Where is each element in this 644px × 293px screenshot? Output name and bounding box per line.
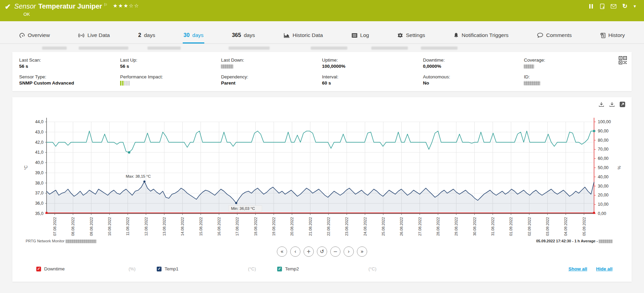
svg-text:25.08.2022: 25.08.2022 — [381, 217, 385, 236]
redacted-value — [524, 64, 534, 68]
tab-bar: Overview Live Data 2days 30days 365days … — [0, 21, 644, 44]
sensor-name: Temperatur Juniper — [38, 2, 102, 10]
redacted-text — [311, 47, 347, 50]
jump-back-button[interactable]: « — [277, 246, 287, 257]
svg-text:14.08.2022: 14.08.2022 — [180, 217, 184, 236]
tab-overview[interactable]: Overview — [18, 32, 51, 43]
svg-text:20,00: 20,00 — [598, 193, 608, 198]
zoom-in-button[interactable]: + — [304, 246, 314, 257]
qr-code-icon[interactable] — [619, 56, 627, 66]
svg-text:38,0: 38,0 — [35, 181, 43, 186]
chart-legend: ✓ Downtime (%) ✓ Temp1 (°C) ✓ Temp2 (°C)… — [12, 266, 632, 271]
show-all-link[interactable]: Show all — [568, 266, 587, 271]
tab-notification-triggers[interactable]: Notification Triggers — [453, 32, 509, 43]
svg-text:Min: 36,03 °C: Min: 36,03 °C — [231, 206, 255, 211]
svg-text:42,0: 42,0 — [35, 140, 43, 145]
temp2-checkbox[interactable]: ✓ — [277, 267, 282, 271]
time-series-chart[interactable]: 07.08.202208.08.202209.08.202210.08.2022… — [12, 105, 632, 243]
refresh-icon[interactable]: ↻ — [622, 3, 628, 9]
sensor-header: ✔ SensorTemperatur Juniper⚐★★★☆☆ OK ↻ ▾ — [0, 0, 644, 21]
chart-brand: PRTG Network Monitor — [26, 239, 96, 243]
svg-text:19.08.2022: 19.08.2022 — [272, 217, 276, 236]
sensor-kind-label: Sensor — [14, 2, 36, 10]
info-id: ID: — [524, 74, 625, 86]
caret-down-icon[interactable]: ▾ — [633, 3, 636, 9]
redacted-text — [66, 240, 96, 243]
legend-item-downtime: ✓ Downtime (%) — [36, 266, 157, 271]
tab-historic-data[interactable]: Historic Data — [283, 32, 324, 43]
legend-links: Show all Hide all — [568, 266, 613, 271]
svg-text:21.08.2022: 21.08.2022 — [308, 217, 312, 236]
info-interval: Interval: 60 s — [322, 74, 423, 86]
svg-text:24.08.2022: 24.08.2022 — [363, 217, 367, 236]
tab-history[interactable]: History — [600, 32, 626, 43]
info-coverage: Coverage: — [524, 58, 625, 69]
info-performance-impact: Performance Impact: — [120, 74, 221, 86]
legend-item-temp1: ✓ Temp1 (°C) — [157, 266, 277, 271]
svg-text:36,0: 36,0 — [35, 201, 43, 206]
svg-text:09.08.2022: 09.08.2022 — [89, 217, 93, 236]
tab-2-days[interactable]: 2days — [138, 32, 156, 43]
hide-all-link[interactable]: Hide all — [596, 266, 613, 271]
reset-zoom-button[interactable]: ↺ — [317, 246, 327, 257]
svg-text:80,00: 80,00 — [598, 138, 608, 143]
svg-text:26.08.2022: 26.08.2022 — [399, 217, 403, 236]
temp1-checkbox[interactable]: ✓ — [157, 267, 162, 271]
downtime-checkbox[interactable]: ✓ — [36, 267, 41, 271]
svg-text:10.08.2022: 10.08.2022 — [107, 217, 112, 236]
download-image-icon[interactable] — [609, 101, 615, 107]
svg-text:30.08.2022: 30.08.2022 — [473, 217, 477, 236]
sensor-info-panel: Last Scan: 56 s Last Up: 56 s Last Down:… — [12, 52, 632, 91]
email-icon[interactable] — [610, 3, 617, 9]
prtg-sensor-page: ✔ SensorTemperatur Juniper⚐★★★☆☆ OK ↻ ▾ — [0, 0, 644, 293]
info-downtime: Downtime: 0,0000% — [423, 58, 524, 69]
jump-forward-button[interactable]: » — [357, 246, 367, 257]
svg-text:39,0: 39,0 — [35, 170, 43, 175]
svg-text:37,0: 37,0 — [35, 191, 43, 195]
open-in-new-window-icon[interactable] — [619, 101, 626, 107]
svg-text:30,00: 30,00 — [598, 184, 608, 189]
svg-text:12.08.2022: 12.08.2022 — [144, 217, 148, 236]
pause-icon[interactable] — [588, 3, 594, 9]
tab-log[interactable]: Log — [351, 32, 370, 43]
tab-30-days[interactable]: 30days — [183, 32, 204, 43]
redacted-text — [599, 240, 613, 243]
info-sensor-type: Sensor Type: SNMP Custom Advanced — [19, 74, 120, 86]
tab-comments[interactable]: Comments — [536, 32, 572, 43]
svg-text:11.08.2022: 11.08.2022 — [126, 217, 130, 235]
priority-stars[interactable]: ★★★☆☆ — [113, 3, 139, 9]
info-autonomous: Autonomous: No — [423, 74, 524, 86]
svg-text:01.09.2022: 01.09.2022 — [509, 217, 513, 236]
svg-text:40,00: 40,00 — [598, 175, 608, 179]
pan-left-button[interactable]: ‹ — [290, 246, 300, 257]
svg-text:15.08.2022: 15.08.2022 — [199, 217, 203, 236]
svg-text:70,00: 70,00 — [598, 147, 608, 152]
svg-text:29.08.2022: 29.08.2022 — [454, 217, 458, 236]
info-last-scan: Last Scan: 56 s — [19, 58, 120, 69]
svg-text:10,00: 10,00 — [598, 202, 608, 207]
tab-live-data[interactable]: Live Data — [77, 32, 110, 43]
legend-item-temp2: ✓ Temp2 (°C) — [277, 266, 398, 271]
tab-365-days[interactable]: 365days — [231, 32, 256, 43]
download-csv-icon[interactable] — [598, 101, 604, 107]
header-toolbar: ↻ ▾ — [588, 0, 636, 21]
zoom-out-button[interactable]: − — [330, 246, 340, 257]
svg-text:17.08.2022: 17.08.2022 — [235, 217, 239, 236]
svg-text:28.08.2022: 28.08.2022 — [436, 217, 440, 236]
tab-settings[interactable]: Settings — [397, 32, 426, 43]
redacted-text — [421, 47, 458, 50]
pan-right-button[interactable]: › — [344, 246, 354, 257]
redacted-text — [147, 47, 181, 50]
performance-impact-bars — [120, 81, 221, 86]
svg-text:90,00: 90,00 — [598, 129, 608, 133]
svg-text:43,0: 43,0 — [35, 130, 43, 135]
info-dependency: Dependency: Parent — [221, 74, 322, 86]
svg-text:Max: 38,15 °C: Max: 38,15 °C — [126, 174, 151, 178]
chart-caption-row: PRTG Network Monitor 05.09.2022 17:42:30… — [12, 239, 632, 243]
info-uptime: Uptime: 100,0000% — [322, 58, 423, 69]
add-report-icon[interactable] — [599, 3, 605, 9]
flag-icon[interactable]: ⚐ — [104, 2, 107, 7]
svg-text:°C: °C — [24, 165, 28, 170]
redacted-breadcrumb-row — [16, 45, 628, 51]
svg-text:16.08.2022: 16.08.2022 — [217, 217, 221, 236]
